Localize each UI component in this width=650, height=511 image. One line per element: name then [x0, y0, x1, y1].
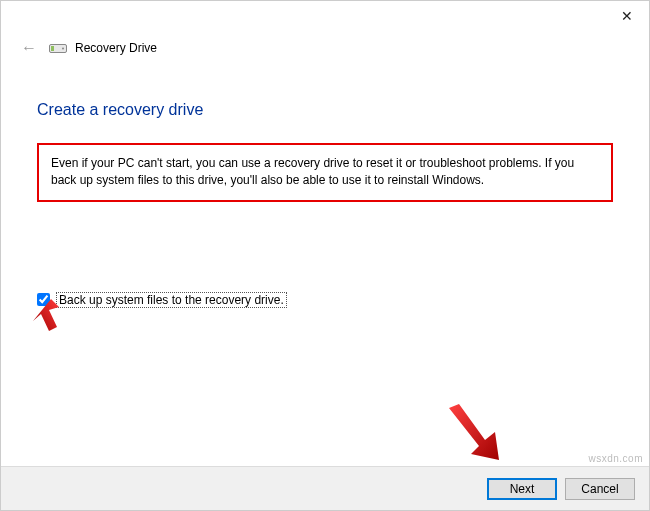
cancel-button-label: Cancel — [581, 482, 618, 496]
content-area: Create a recovery drive Even if your PC … — [1, 59, 649, 309]
titlebar: ✕ — [1, 1, 649, 31]
description-text: Even if your PC can't start, you can use… — [51, 156, 574, 187]
close-icon: ✕ — [621, 8, 633, 24]
window-title: Recovery Drive — [75, 41, 157, 55]
svg-marker-4 — [449, 404, 499, 460]
next-button-label: Next — [510, 482, 535, 496]
backup-system-files-label[interactable]: Back up system files to the recovery dri… — [56, 292, 287, 308]
svg-rect-1 — [51, 46, 54, 51]
recovery-drive-wizard: ✕ ← Recovery Drive Create a recovery dri… — [0, 0, 650, 511]
next-button[interactable]: Next — [487, 478, 557, 500]
watermark-text: wsxdn.com — [588, 453, 643, 464]
cancel-button[interactable]: Cancel — [565, 478, 635, 500]
backup-system-files-checkbox[interactable] — [37, 293, 50, 306]
header-row: ← Recovery Drive — [1, 31, 649, 59]
wizard-footer: Next Cancel — [1, 466, 649, 510]
page-heading: Create a recovery drive — [37, 101, 613, 119]
recovery-drive-icon — [49, 42, 67, 54]
back-button[interactable]: ← — [17, 37, 41, 59]
annotation-arrow-icon — [445, 404, 503, 464]
description-highlight-box: Even if your PC can't start, you can use… — [37, 143, 613, 202]
close-button[interactable]: ✕ — [604, 1, 649, 31]
svg-point-2 — [62, 48, 64, 50]
backup-checkbox-row[interactable]: Back up system files to the recovery dri… — [37, 292, 287, 308]
